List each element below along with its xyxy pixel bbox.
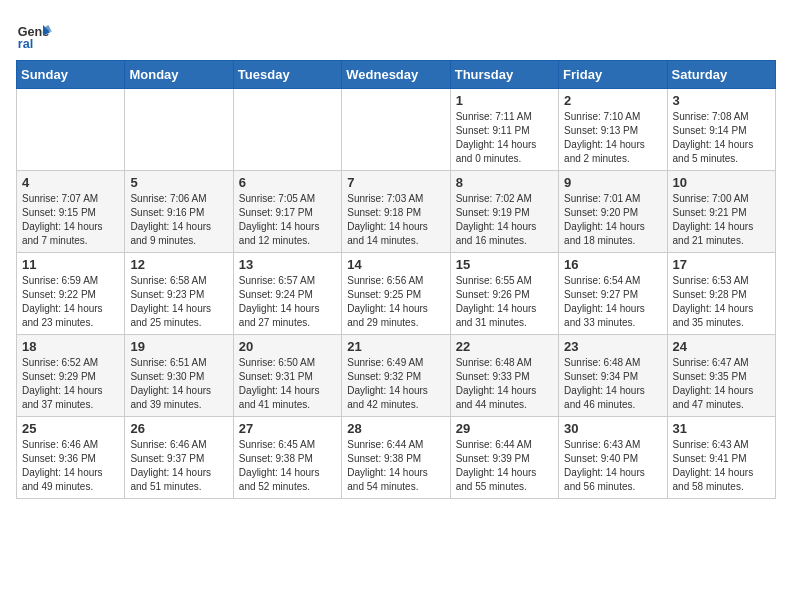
day-info: Sunrise: 7:05 AM Sunset: 9:17 PM Dayligh… xyxy=(239,192,336,248)
day-number: 22 xyxy=(456,339,553,354)
day-number: 6 xyxy=(239,175,336,190)
day-number: 7 xyxy=(347,175,444,190)
calendar-cell: 28Sunrise: 6:44 AM Sunset: 9:38 PM Dayli… xyxy=(342,417,450,499)
day-number: 29 xyxy=(456,421,553,436)
calendar-header-sunday: Sunday xyxy=(17,61,125,89)
calendar-cell: 22Sunrise: 6:48 AM Sunset: 9:33 PM Dayli… xyxy=(450,335,558,417)
day-number: 16 xyxy=(564,257,661,272)
day-info: Sunrise: 7:00 AM Sunset: 9:21 PM Dayligh… xyxy=(673,192,770,248)
calendar-cell: 26Sunrise: 6:46 AM Sunset: 9:37 PM Dayli… xyxy=(125,417,233,499)
day-number: 10 xyxy=(673,175,770,190)
calendar-week-3: 11Sunrise: 6:59 AM Sunset: 9:22 PM Dayli… xyxy=(17,253,776,335)
day-number: 26 xyxy=(130,421,227,436)
day-info: Sunrise: 6:50 AM Sunset: 9:31 PM Dayligh… xyxy=(239,356,336,412)
day-number: 3 xyxy=(673,93,770,108)
day-info: Sunrise: 6:58 AM Sunset: 9:23 PM Dayligh… xyxy=(130,274,227,330)
calendar-cell: 6Sunrise: 7:05 AM Sunset: 9:17 PM Daylig… xyxy=(233,171,341,253)
calendar-cell: 16Sunrise: 6:54 AM Sunset: 9:27 PM Dayli… xyxy=(559,253,667,335)
day-info: Sunrise: 6:45 AM Sunset: 9:38 PM Dayligh… xyxy=(239,438,336,494)
day-number: 4 xyxy=(22,175,119,190)
calendar-cell: 29Sunrise: 6:44 AM Sunset: 9:39 PM Dayli… xyxy=(450,417,558,499)
calendar-header-thursday: Thursday xyxy=(450,61,558,89)
day-info: Sunrise: 6:55 AM Sunset: 9:26 PM Dayligh… xyxy=(456,274,553,330)
day-number: 31 xyxy=(673,421,770,436)
calendar-cell xyxy=(233,89,341,171)
calendar-cell: 19Sunrise: 6:51 AM Sunset: 9:30 PM Dayli… xyxy=(125,335,233,417)
day-number: 2 xyxy=(564,93,661,108)
day-number: 11 xyxy=(22,257,119,272)
calendar-cell: 15Sunrise: 6:55 AM Sunset: 9:26 PM Dayli… xyxy=(450,253,558,335)
calendar-cell: 30Sunrise: 6:43 AM Sunset: 9:40 PM Dayli… xyxy=(559,417,667,499)
svg-text:ral: ral xyxy=(18,37,33,51)
calendar-cell xyxy=(125,89,233,171)
day-info: Sunrise: 6:56 AM Sunset: 9:25 PM Dayligh… xyxy=(347,274,444,330)
day-info: Sunrise: 7:02 AM Sunset: 9:19 PM Dayligh… xyxy=(456,192,553,248)
logo-icon: Gene ral xyxy=(16,16,52,52)
day-info: Sunrise: 6:43 AM Sunset: 9:40 PM Dayligh… xyxy=(564,438,661,494)
calendar-cell: 25Sunrise: 6:46 AM Sunset: 9:36 PM Dayli… xyxy=(17,417,125,499)
day-info: Sunrise: 6:48 AM Sunset: 9:34 PM Dayligh… xyxy=(564,356,661,412)
day-info: Sunrise: 6:44 AM Sunset: 9:39 PM Dayligh… xyxy=(456,438,553,494)
calendar-cell xyxy=(17,89,125,171)
day-number: 15 xyxy=(456,257,553,272)
day-number: 14 xyxy=(347,257,444,272)
calendar-week-4: 18Sunrise: 6:52 AM Sunset: 9:29 PM Dayli… xyxy=(17,335,776,417)
calendar-cell: 9Sunrise: 7:01 AM Sunset: 9:20 PM Daylig… xyxy=(559,171,667,253)
day-info: Sunrise: 7:01 AM Sunset: 9:20 PM Dayligh… xyxy=(564,192,661,248)
day-number: 1 xyxy=(456,93,553,108)
calendar-cell: 12Sunrise: 6:58 AM Sunset: 9:23 PM Dayli… xyxy=(125,253,233,335)
day-info: Sunrise: 7:10 AM Sunset: 9:13 PM Dayligh… xyxy=(564,110,661,166)
calendar-cell: 13Sunrise: 6:57 AM Sunset: 9:24 PM Dayli… xyxy=(233,253,341,335)
calendar-cell: 31Sunrise: 6:43 AM Sunset: 9:41 PM Dayli… xyxy=(667,417,775,499)
logo: Gene ral xyxy=(16,16,56,52)
day-number: 23 xyxy=(564,339,661,354)
calendar-cell: 8Sunrise: 7:02 AM Sunset: 9:19 PM Daylig… xyxy=(450,171,558,253)
calendar-table: SundayMondayTuesdayWednesdayThursdayFrid… xyxy=(16,60,776,499)
calendar-cell: 21Sunrise: 6:49 AM Sunset: 9:32 PM Dayli… xyxy=(342,335,450,417)
calendar-cell: 11Sunrise: 6:59 AM Sunset: 9:22 PM Dayli… xyxy=(17,253,125,335)
calendar-cell: 4Sunrise: 7:07 AM Sunset: 9:15 PM Daylig… xyxy=(17,171,125,253)
day-info: Sunrise: 6:53 AM Sunset: 9:28 PM Dayligh… xyxy=(673,274,770,330)
day-info: Sunrise: 7:11 AM Sunset: 9:11 PM Dayligh… xyxy=(456,110,553,166)
calendar-week-2: 4Sunrise: 7:07 AM Sunset: 9:15 PM Daylig… xyxy=(17,171,776,253)
day-number: 25 xyxy=(22,421,119,436)
calendar-week-5: 25Sunrise: 6:46 AM Sunset: 9:36 PM Dayli… xyxy=(17,417,776,499)
day-info: Sunrise: 7:03 AM Sunset: 9:18 PM Dayligh… xyxy=(347,192,444,248)
day-number: 13 xyxy=(239,257,336,272)
day-number: 27 xyxy=(239,421,336,436)
day-info: Sunrise: 6:43 AM Sunset: 9:41 PM Dayligh… xyxy=(673,438,770,494)
calendar-header-tuesday: Tuesday xyxy=(233,61,341,89)
calendar-cell: 2Sunrise: 7:10 AM Sunset: 9:13 PM Daylig… xyxy=(559,89,667,171)
day-info: Sunrise: 6:52 AM Sunset: 9:29 PM Dayligh… xyxy=(22,356,119,412)
day-number: 8 xyxy=(456,175,553,190)
calendar-cell: 24Sunrise: 6:47 AM Sunset: 9:35 PM Dayli… xyxy=(667,335,775,417)
day-info: Sunrise: 7:06 AM Sunset: 9:16 PM Dayligh… xyxy=(130,192,227,248)
day-info: Sunrise: 6:54 AM Sunset: 9:27 PM Dayligh… xyxy=(564,274,661,330)
calendar-cell: 17Sunrise: 6:53 AM Sunset: 9:28 PM Dayli… xyxy=(667,253,775,335)
calendar-header-saturday: Saturday xyxy=(667,61,775,89)
calendar-cell: 18Sunrise: 6:52 AM Sunset: 9:29 PM Dayli… xyxy=(17,335,125,417)
calendar-cell: 23Sunrise: 6:48 AM Sunset: 9:34 PM Dayli… xyxy=(559,335,667,417)
day-info: Sunrise: 6:44 AM Sunset: 9:38 PM Dayligh… xyxy=(347,438,444,494)
day-number: 19 xyxy=(130,339,227,354)
day-number: 30 xyxy=(564,421,661,436)
day-info: Sunrise: 6:46 AM Sunset: 9:36 PM Dayligh… xyxy=(22,438,119,494)
day-number: 28 xyxy=(347,421,444,436)
day-info: Sunrise: 6:57 AM Sunset: 9:24 PM Dayligh… xyxy=(239,274,336,330)
day-info: Sunrise: 6:48 AM Sunset: 9:33 PM Dayligh… xyxy=(456,356,553,412)
calendar-cell: 5Sunrise: 7:06 AM Sunset: 9:16 PM Daylig… xyxy=(125,171,233,253)
day-info: Sunrise: 7:08 AM Sunset: 9:14 PM Dayligh… xyxy=(673,110,770,166)
calendar-header-friday: Friday xyxy=(559,61,667,89)
day-number: 17 xyxy=(673,257,770,272)
calendar-cell xyxy=(342,89,450,171)
calendar-cell: 27Sunrise: 6:45 AM Sunset: 9:38 PM Dayli… xyxy=(233,417,341,499)
calendar-cell: 20Sunrise: 6:50 AM Sunset: 9:31 PM Dayli… xyxy=(233,335,341,417)
day-info: Sunrise: 7:07 AM Sunset: 9:15 PM Dayligh… xyxy=(22,192,119,248)
calendar-week-1: 1Sunrise: 7:11 AM Sunset: 9:11 PM Daylig… xyxy=(17,89,776,171)
day-number: 12 xyxy=(130,257,227,272)
calendar-header-row: SundayMondayTuesdayWednesdayThursdayFrid… xyxy=(17,61,776,89)
page-header: Gene ral xyxy=(16,16,776,52)
calendar-cell: 14Sunrise: 6:56 AM Sunset: 9:25 PM Dayli… xyxy=(342,253,450,335)
day-info: Sunrise: 6:47 AM Sunset: 9:35 PM Dayligh… xyxy=(673,356,770,412)
day-number: 5 xyxy=(130,175,227,190)
